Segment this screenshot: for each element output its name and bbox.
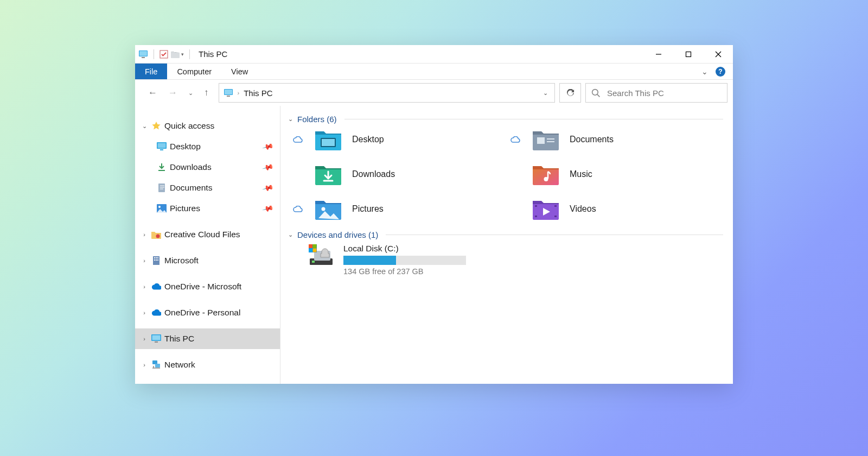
svg-rect-28 [154, 259, 155, 261]
search-box[interactable] [585, 83, 727, 103]
downloads-folder-icon [314, 163, 342, 186]
svg-point-44 [544, 177, 548, 181]
cloud-sync-icon [293, 206, 303, 212]
svg-rect-51 [312, 261, 315, 263]
group-header-drives[interactable]: ⌄ Devices and drives (1) [288, 230, 723, 239]
chevron-down-icon[interactable]: ⌄ [288, 116, 293, 123]
sidebar-item-onedrive-microsoft[interactable]: › OneDrive - Microsoft [135, 276, 280, 297]
svg-rect-34 [152, 360, 157, 364]
pin-icon: 📌 [261, 182, 274, 194]
svg-line-12 [597, 94, 600, 97]
svg-point-11 [592, 89, 598, 95]
navigation-bar: ← → ⌄ ↑ ›This PC ⌄ [135, 80, 733, 106]
cloud-sync-icon [510, 136, 520, 143]
sidebar-item-microsoft[interactable]: › Microsoft [135, 250, 280, 271]
svg-rect-15 [160, 149, 163, 150]
sidebar-item-downloads[interactable]: Downloads 📌 [135, 157, 280, 178]
chevron-right-icon[interactable]: › [141, 362, 148, 368]
chevron-right-icon[interactable]: › [141, 283, 148, 290]
folder-icon[interactable]: ▾ [170, 50, 184, 58]
refresh-button[interactable] [559, 83, 581, 103]
search-input[interactable] [607, 88, 722, 98]
window-controls [643, 45, 733, 64]
svg-rect-27 [157, 257, 158, 258]
network-icon [151, 360, 161, 370]
quick-access-toolbar: ▾ This PC [135, 49, 227, 59]
pictures-icon [157, 204, 167, 213]
sidebar-item-pictures[interactable]: Pictures 📌 [135, 198, 280, 219]
cloud-icon [151, 282, 161, 292]
documents-icon [157, 183, 167, 193]
drive-icon [308, 244, 335, 267]
maximize-button[interactable] [673, 45, 703, 64]
star-icon [151, 121, 161, 131]
svg-rect-48 [554, 205, 557, 207]
folder-pictures[interactable]: Pictures [288, 198, 506, 220]
drive-usage-bar [343, 256, 466, 265]
pin-icon: 📌 [261, 202, 274, 214]
pictures-folder-icon [314, 198, 342, 220]
tab-computer[interactable]: Computer [167, 64, 221, 79]
sidebar-item-creative-cloud[interactable]: › Creative Cloud Files [135, 224, 280, 245]
group-header-folders[interactable]: ⌄ Folders (6) [288, 115, 723, 124]
chevron-right-icon[interactable]: › [141, 231, 148, 238]
search-icon [591, 88, 601, 98]
folder-documents[interactable]: Documents [506, 128, 723, 151]
chevron-right-icon[interactable]: › [238, 90, 240, 96]
svg-rect-26 [156, 257, 157, 258]
chevron-down-icon[interactable]: ⌄ [288, 231, 293, 238]
ribbon-tabs: File Computer View ⌄ ? [135, 64, 733, 80]
folder-downloads[interactable]: Downloads [288, 163, 506, 186]
monitor-icon [138, 49, 148, 59]
sidebar-item-network[interactable]: › Network [135, 354, 280, 375]
help-icon[interactable]: ? [716, 67, 725, 77]
chevron-right-icon[interactable]: › [141, 257, 148, 264]
folder-icon [151, 230, 161, 239]
ribbon-expand-icon[interactable]: ⌄ [701, 67, 708, 76]
back-button[interactable]: ← [148, 87, 157, 98]
svg-rect-40 [537, 137, 545, 144]
documents-folder-icon [532, 128, 560, 151]
pin-icon: 📌 [261, 141, 274, 153]
titlebar: ▾ This PC [135, 45, 733, 64]
drive-local-c[interactable]: Local Disk (C:) 134 GB free of 237 GB [288, 244, 723, 276]
folder-desktop[interactable]: Desktop [288, 128, 506, 151]
tab-view[interactable]: View [221, 64, 258, 79]
music-folder-icon [532, 163, 560, 186]
svg-point-23 [156, 234, 160, 238]
up-button[interactable]: ↑ [204, 87, 209, 98]
chevron-right-icon[interactable]: › [141, 309, 148, 316]
close-button[interactable] [703, 45, 733, 64]
sidebar-item-this-pc[interactable]: › This PC [135, 328, 280, 349]
svg-rect-17 [158, 183, 165, 192]
svg-rect-55 [313, 244, 317, 248]
svg-rect-39 [322, 139, 335, 146]
svg-rect-35 [155, 364, 160, 368]
folder-music[interactable]: Music [506, 163, 723, 186]
cloud-icon [151, 308, 161, 318]
folder-videos[interactable]: Videos [506, 198, 723, 220]
navigation-pane: ⌄ Quick access Desktop 📌 Downloads 📌 Doc… [135, 106, 280, 384]
drive-free-space: 134 GB free of 237 GB [343, 267, 466, 276]
address-bar[interactable]: ›This PC ⌄ [219, 83, 556, 103]
sidebar-item-quick-access[interactable]: ⌄ Quick access [135, 116, 280, 136]
monitor-icon [151, 334, 161, 344]
recent-locations-button[interactable]: ⌄ [188, 90, 193, 97]
address-segment[interactable]: This PC [244, 88, 272, 98]
tab-file[interactable]: File [135, 64, 167, 79]
minimize-button[interactable] [643, 45, 673, 64]
address-history-button[interactable]: ⌄ [536, 90, 554, 97]
chevron-down-icon[interactable]: ⌄ [141, 123, 148, 130]
chevron-right-icon[interactable]: › [141, 335, 148, 342]
monitor-icon [219, 88, 238, 98]
drive-name: Local Disk (C:) [343, 244, 466, 254]
svg-rect-5 [686, 52, 691, 56]
properties-icon[interactable] [159, 50, 168, 59]
window-title: This PC [199, 49, 227, 59]
sidebar-item-desktop[interactable]: Desktop 📌 [135, 136, 280, 157]
forward-button[interactable]: → [168, 87, 177, 98]
sidebar-item-documents[interactable]: Documents 📌 [135, 178, 280, 198]
svg-rect-46 [535, 205, 537, 207]
pin-icon: 📌 [261, 161, 274, 173]
sidebar-item-onedrive-personal[interactable]: › OneDrive - Personal [135, 302, 280, 323]
